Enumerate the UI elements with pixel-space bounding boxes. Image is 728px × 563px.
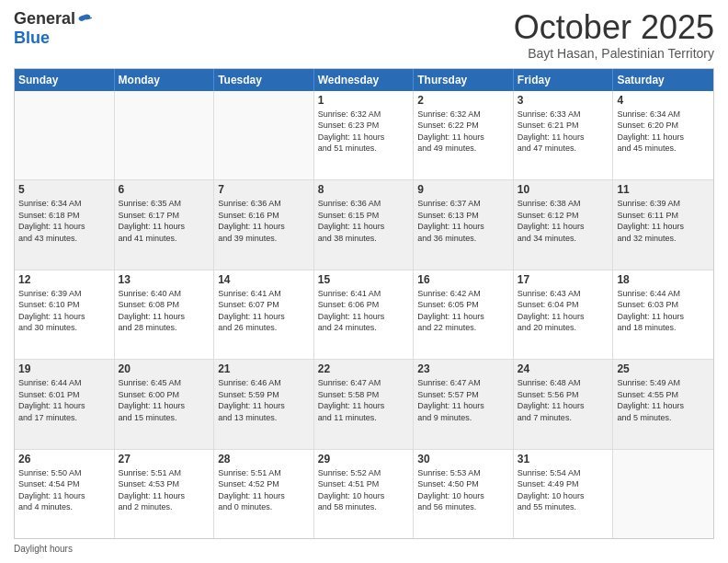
day-number: 26 xyxy=(18,453,110,465)
calendar-cell: 3Sunrise: 6:33 AM Sunset: 6:21 PM Daylig… xyxy=(514,91,614,179)
day-info: Sunrise: 6:47 AM Sunset: 5:58 PM Dayligh… xyxy=(318,377,410,423)
logo: General Blue xyxy=(14,9,92,48)
calendar-cell: 29Sunrise: 5:52 AM Sunset: 4:51 PM Dayli… xyxy=(314,450,415,538)
calendar-row-2: 5Sunrise: 6:34 AM Sunset: 6:18 PM Daylig… xyxy=(15,180,713,270)
title-section: October 2025 Bayt Hasan, Palestinian Ter… xyxy=(514,9,714,61)
calendar-body: 1Sunrise: 6:32 AM Sunset: 6:23 PM Daylig… xyxy=(15,91,713,538)
day-number: 3 xyxy=(518,94,609,107)
calendar-cell: 19Sunrise: 6:44 AM Sunset: 6:01 PM Dayli… xyxy=(15,360,115,448)
calendar-cell: 25Sunrise: 5:49 AM Sunset: 4:55 PM Dayli… xyxy=(613,360,713,448)
day-info: Sunrise: 6:41 AM Sunset: 6:07 PM Dayligh… xyxy=(218,288,310,334)
calendar-cell: 14Sunrise: 6:41 AM Sunset: 6:07 PM Dayli… xyxy=(214,270,314,359)
calendar-cell: 4Sunrise: 6:34 AM Sunset: 6:20 PM Daylig… xyxy=(613,91,713,179)
day-info: Sunrise: 6:44 AM Sunset: 6:03 PM Dayligh… xyxy=(617,288,710,334)
day-number: 9 xyxy=(417,183,509,196)
day-number: 14 xyxy=(218,273,310,286)
calendar-cell: 11Sunrise: 6:39 AM Sunset: 6:11 PM Dayli… xyxy=(613,180,713,269)
day-info: Sunrise: 6:43 AM Sunset: 6:04 PM Dayligh… xyxy=(518,288,609,334)
day-info: Sunrise: 6:34 AM Sunset: 6:20 PM Dayligh… xyxy=(617,109,710,155)
weekday-header-tuesday: Tuesday xyxy=(214,69,314,91)
header: General Blue October 2025 Bayt Hasan, Pa… xyxy=(14,9,714,61)
day-number: 22 xyxy=(318,362,410,375)
calendar-cell xyxy=(115,91,215,179)
day-number: 5 xyxy=(18,183,110,196)
day-number: 30 xyxy=(417,453,509,465)
calendar-cell: 31Sunrise: 5:54 AM Sunset: 4:49 PM Dayli… xyxy=(514,450,614,538)
calendar-cell: 13Sunrise: 6:40 AM Sunset: 6:08 PM Dayli… xyxy=(115,270,215,359)
day-info: Sunrise: 6:45 AM Sunset: 6:00 PM Dayligh… xyxy=(119,377,210,423)
calendar-cell: 10Sunrise: 6:38 AM Sunset: 6:12 PM Dayli… xyxy=(514,180,614,269)
day-info: Sunrise: 5:52 AM Sunset: 4:51 PM Dayligh… xyxy=(318,467,410,513)
weekday-header-thursday: Thursday xyxy=(414,69,514,91)
weekday-header-sunday: Sunday xyxy=(15,69,115,91)
calendar-row-5: 26Sunrise: 5:50 AM Sunset: 4:54 PM Dayli… xyxy=(15,450,713,538)
day-info: Sunrise: 5:53 AM Sunset: 4:50 PM Dayligh… xyxy=(417,467,509,513)
day-number: 2 xyxy=(417,94,509,107)
calendar-row-1: 1Sunrise: 6:32 AM Sunset: 6:23 PM Daylig… xyxy=(15,91,713,180)
day-number: 6 xyxy=(119,183,210,196)
calendar-cell: 8Sunrise: 6:36 AM Sunset: 6:15 PM Daylig… xyxy=(314,180,415,269)
day-number: 31 xyxy=(518,453,609,465)
day-number: 27 xyxy=(119,453,210,465)
calendar-row-3: 12Sunrise: 6:39 AM Sunset: 6:10 PM Dayli… xyxy=(15,270,713,360)
day-info: Sunrise: 6:34 AM Sunset: 6:18 PM Dayligh… xyxy=(18,198,110,244)
day-number: 20 xyxy=(119,362,210,375)
calendar-cell: 16Sunrise: 6:42 AM Sunset: 6:05 PM Dayli… xyxy=(414,270,514,359)
calendar-cell: 21Sunrise: 6:46 AM Sunset: 5:59 PM Dayli… xyxy=(214,360,314,448)
day-info: Sunrise: 6:35 AM Sunset: 6:17 PM Dayligh… xyxy=(119,198,210,244)
day-number: 1 xyxy=(318,94,410,107)
day-number: 24 xyxy=(518,362,609,375)
calendar-cell: 17Sunrise: 6:43 AM Sunset: 6:04 PM Dayli… xyxy=(514,270,614,359)
day-info: Sunrise: 6:37 AM Sunset: 6:13 PM Dayligh… xyxy=(417,198,509,244)
day-info: Sunrise: 6:36 AM Sunset: 6:15 PM Dayligh… xyxy=(318,198,410,244)
calendar-cell: 22Sunrise: 6:47 AM Sunset: 5:58 PM Dayli… xyxy=(314,360,415,448)
day-number: 29 xyxy=(318,453,410,465)
calendar-cell: 26Sunrise: 5:50 AM Sunset: 4:54 PM Dayli… xyxy=(15,450,115,538)
calendar-cell xyxy=(613,450,713,538)
day-number: 13 xyxy=(119,273,210,286)
calendar-cell: 1Sunrise: 6:32 AM Sunset: 6:23 PM Daylig… xyxy=(314,91,415,179)
day-number: 15 xyxy=(318,273,410,286)
calendar-cell: 23Sunrise: 6:47 AM Sunset: 5:57 PM Dayli… xyxy=(414,360,514,448)
day-info: Sunrise: 6:44 AM Sunset: 6:01 PM Dayligh… xyxy=(18,377,110,423)
logo-blue-text: Blue xyxy=(14,29,50,48)
daylight-label: Daylight hours xyxy=(14,544,73,554)
calendar-cell: 20Sunrise: 6:45 AM Sunset: 6:00 PM Dayli… xyxy=(115,360,215,448)
calendar-cell xyxy=(214,91,314,179)
day-number: 23 xyxy=(417,362,509,375)
day-info: Sunrise: 6:47 AM Sunset: 5:57 PM Dayligh… xyxy=(417,377,509,423)
day-number: 8 xyxy=(318,183,410,196)
day-number: 16 xyxy=(417,273,509,286)
weekday-header-saturday: Saturday xyxy=(613,69,713,91)
calendar-row-4: 19Sunrise: 6:44 AM Sunset: 6:01 PM Dayli… xyxy=(15,360,713,449)
day-number: 7 xyxy=(218,183,310,196)
day-info: Sunrise: 6:46 AM Sunset: 5:59 PM Dayligh… xyxy=(218,377,310,423)
calendar-cell: 5Sunrise: 6:34 AM Sunset: 6:18 PM Daylig… xyxy=(15,180,115,269)
weekday-header-wednesday: Wednesday xyxy=(314,69,415,91)
calendar-header: SundayMondayTuesdayWednesdayThursdayFrid… xyxy=(15,69,713,91)
day-info: Sunrise: 6:41 AM Sunset: 6:06 PM Dayligh… xyxy=(318,288,410,334)
day-number: 17 xyxy=(518,273,609,286)
location-title: Bayt Hasan, Palestinian Territory xyxy=(514,46,714,61)
calendar-cell: 27Sunrise: 5:51 AM Sunset: 4:53 PM Dayli… xyxy=(115,450,215,538)
day-info: Sunrise: 5:54 AM Sunset: 4:49 PM Dayligh… xyxy=(518,467,609,513)
day-number: 28 xyxy=(218,453,310,465)
day-number: 12 xyxy=(18,273,110,286)
weekday-header-friday: Friday xyxy=(514,69,614,91)
calendar-cell xyxy=(15,91,115,179)
footer: Daylight hours xyxy=(14,544,714,554)
logo-general-text: General xyxy=(14,9,75,29)
calendar-cell: 15Sunrise: 6:41 AM Sunset: 6:06 PM Dayli… xyxy=(314,270,415,359)
logo-bird-icon xyxy=(77,12,92,27)
day-info: Sunrise: 6:32 AM Sunset: 6:22 PM Dayligh… xyxy=(417,109,509,155)
day-number: 25 xyxy=(617,362,710,375)
day-number: 10 xyxy=(518,183,609,196)
day-info: Sunrise: 6:40 AM Sunset: 6:08 PM Dayligh… xyxy=(119,288,210,334)
day-info: Sunrise: 6:38 AM Sunset: 6:12 PM Dayligh… xyxy=(518,198,609,244)
page: General Blue October 2025 Bayt Hasan, Pa… xyxy=(0,0,728,563)
calendar-cell: 12Sunrise: 6:39 AM Sunset: 6:10 PM Dayli… xyxy=(15,270,115,359)
calendar-cell: 2Sunrise: 6:32 AM Sunset: 6:22 PM Daylig… xyxy=(414,91,514,179)
day-info: Sunrise: 5:51 AM Sunset: 4:53 PM Dayligh… xyxy=(119,467,210,513)
calendar: SundayMondayTuesdayWednesdayThursdayFrid… xyxy=(14,68,714,539)
day-info: Sunrise: 6:39 AM Sunset: 6:11 PM Dayligh… xyxy=(617,198,710,244)
